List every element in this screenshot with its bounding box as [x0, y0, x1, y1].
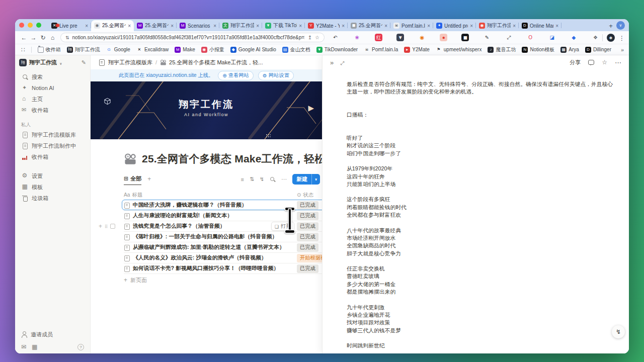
- row-title-cell[interactable]: 洗钱究竟是个怎么回事？（油管音频）: [124, 223, 292, 230]
- sidebar-item[interactable]: 模板: [19, 182, 86, 193]
- bookmark-item[interactable]: ⚑ upmeet/whisperx: [436, 47, 482, 53]
- extension-icon[interactable]: ◆: [570, 34, 578, 41]
- browser-tab[interactable]: ◉ 25.全网首个 |: [91, 20, 134, 31]
- search-icon[interactable]: [270, 176, 276, 183]
- row-checkbox[interactable]: [110, 224, 115, 229]
- row-title-cell[interactable]: 《落叶归根》: 一部关于生命与归属的公路电影（抖音音频）: [124, 233, 292, 240]
- tab-close-icon[interactable]: [470, 23, 473, 29]
- share-button[interactable]: 分享: [570, 59, 581, 66]
- browser-tab[interactable]: M Scenarios |: [177, 20, 219, 31]
- page-menu-icon[interactable]: [615, 59, 621, 66]
- table-row[interactable]: 《人民的名义》政治风云: 沙瑞金的滑铁卢（抖音视频） 打开 开始根据视频: [124, 253, 322, 263]
- extension-icon[interactable]: ●: [440, 34, 447, 41]
- table-row[interactable]: 如何说话不卡壳? 影视飓风口播技巧分享！（哔哩哔哩音频） 打开 已完成: [124, 263, 322, 274]
- new-entry-dropdown-icon[interactable]: [311, 174, 320, 185]
- tab-close-icon[interactable]: [384, 23, 387, 29]
- view-site-button[interactable]: 查看网站: [218, 71, 254, 80]
- invite-members-button[interactable]: 邀请成员: [19, 329, 86, 340]
- tab-close-icon[interactable]: [299, 23, 302, 29]
- sort-icon[interactable]: [250, 176, 254, 183]
- tab-close-icon[interactable]: [427, 23, 430, 29]
- breadcrumb-page[interactable]: 25.全网首个多模态 Make工作流，轻...: [160, 59, 263, 66]
- browser-tab[interactable]: 文 翔宇工作流 (: [219, 20, 262, 31]
- tab-close-icon[interactable]: [342, 23, 345, 29]
- home-icon[interactable]: [48, 34, 57, 41]
- tab-close-icon[interactable]: [171, 23, 174, 29]
- row-status-cell[interactable]: 已完成: [292, 233, 318, 241]
- back-icon[interactable]: [19, 34, 29, 41]
- bookmark-item[interactable]: ▤ 金山文档: [282, 46, 310, 53]
- favorite-star-icon[interactable]: [602, 59, 607, 66]
- site-info-icon[interactable]: [65, 35, 69, 40]
- extension-icon[interactable]: ❀: [353, 34, 361, 41]
- title-column-header[interactable]: Aa 标题: [124, 192, 292, 199]
- profile-avatar[interactable]: [607, 34, 615, 42]
- sidebar-item[interactable]: 翔宇工作流模版库: [19, 129, 86, 140]
- row-status-cell[interactable]: 已完成: [292, 264, 318, 273]
- browser-tab[interactable]: ✕ Live pre: [48, 20, 91, 31]
- browser-menu-icon[interactable]: [619, 33, 625, 42]
- bookmark-item[interactable]: G Google: [106, 47, 130, 53]
- sidebar-item[interactable]: 搜索: [19, 71, 86, 82]
- table-row[interactable]: 洗钱究竟是个怎么回事？（油管音频） 打开 已完成: [124, 221, 322, 232]
- extension-icon[interactable]: ↶: [332, 34, 339, 41]
- browser-tab[interactable]: ◉ 翔宇工作流: [476, 20, 519, 31]
- status-column-header[interactable]: 状态: [292, 192, 313, 199]
- row-drag-handle-icon[interactable]: [105, 223, 108, 229]
- bookmark-item[interactable]: ▼ TikDownloader: [316, 47, 358, 53]
- browser-tab[interactable]: Y Y2Mate - Yo: [305, 20, 348, 31]
- address-bar[interactable]: notion.so/xiaoyuzaici/191017a905fd80558c…: [60, 33, 325, 42]
- extension-icon[interactable]: ✎: [484, 34, 491, 41]
- more-options-icon[interactable]: [281, 176, 287, 183]
- expand-page-icon[interactable]: [340, 58, 344, 67]
- automation-icon[interactable]: [260, 176, 264, 183]
- extension-icon[interactable]: ▼: [396, 34, 404, 41]
- apps-grid-icon[interactable]: [21, 46, 25, 53]
- page-script-text[interactable]: 最后检查是否符合所有规范：纯中文、无特殊符号、分段正确、衔接自然。确保没有遗漏任…: [323, 69, 629, 349]
- extension-icon[interactable]: ◼: [461, 34, 469, 41]
- bookmark-item[interactable]: M Make: [175, 47, 195, 53]
- row-title-cell[interactable]: 如何说话不卡壳? 影视飓风口播技巧分享！（哔哩哔哩音频）: [124, 265, 292, 272]
- bookmark-item[interactable]: N Notion模板: [522, 46, 554, 53]
- table-row[interactable]: 中国经济大洗牌，赚钱逻辑在哪？（抖音音频） 打开 已完成: [124, 200, 322, 211]
- view-tab-all[interactable]: 全部: [124, 175, 141, 185]
- sidebar-item[interactable]: 设置: [19, 170, 86, 182]
- bookmark-item[interactable]: ☠ Pomf.lain.la: [364, 47, 398, 53]
- tab-search-chevron-button[interactable]: [616, 21, 625, 30]
- close-peek-icon[interactable]: [330, 58, 334, 67]
- new-page-row[interactable]: 新页面: [124, 274, 322, 286]
- sidebar-item[interactable]: Notion AI: [19, 82, 86, 94]
- close-window-button[interactable]: [19, 23, 24, 28]
- tab-close-icon[interactable]: [256, 23, 259, 29]
- row-title-cell[interactable]: 中国经济大洗牌，赚钱逻辑在哪？（抖音音频）: [124, 202, 292, 209]
- browser-tab[interactable]: D Online Mark: [519, 20, 561, 31]
- zoom-window-button[interactable]: [36, 23, 41, 28]
- row-add-icon[interactable]: [99, 223, 102, 230]
- new-tab-button[interactable]: [605, 20, 616, 31]
- reload-icon[interactable]: [38, 34, 48, 41]
- bookmark-item[interactable]: ◆ Google AI Studio: [230, 47, 276, 53]
- url-text[interactable]: notion.so/xiaoyuzaici/191017a905fd80558c…: [72, 35, 305, 40]
- row-status-cell[interactable]: 已完成: [292, 201, 318, 210]
- tab-close-icon[interactable]: [513, 23, 516, 29]
- sidebar-item[interactable]: 收件箱: [19, 105, 86, 116]
- new-entry-button[interactable]: 新建: [292, 174, 320, 185]
- tab-close-icon[interactable]: [555, 23, 558, 29]
- sidebar-item[interactable]: 翔宇工作流制作中: [19, 140, 86, 151]
- tab-close-icon[interactable]: [85, 23, 88, 29]
- row-title-cell[interactable]: 人生与康波理论的财富规划!（新闻文本）: [124, 212, 292, 219]
- bookmark-item[interactable]: ▦ Arya: [560, 47, 579, 53]
- browser-tab[interactable]: ☠ Pomf.lain.la: [390, 20, 433, 31]
- row-status-cell[interactable]: 已完成: [292, 212, 318, 220]
- help-icon[interactable]: [77, 344, 84, 350]
- bookmark-item[interactable]: D Dillinger: [585, 47, 611, 53]
- comments-icon[interactable]: [588, 60, 594, 65]
- page-title[interactable]: 25.全网首个多模态 Make工作流，轻松从: [142, 152, 322, 166]
- bookmark-item[interactable]: 收件箱: [38, 46, 61, 53]
- browser-tab[interactable]: M 25.全网首个: [134, 20, 177, 31]
- compose-icon[interactable]: [82, 59, 86, 66]
- calendar-icon[interactable]: [32, 343, 37, 350]
- table-row[interactable]: 人生与康波理论的财富规划!（新闻文本） 打开 已完成: [124, 211, 322, 221]
- minimize-window-button[interactable]: [28, 23, 33, 28]
- extension-icon[interactable]: ◉: [418, 34, 426, 41]
